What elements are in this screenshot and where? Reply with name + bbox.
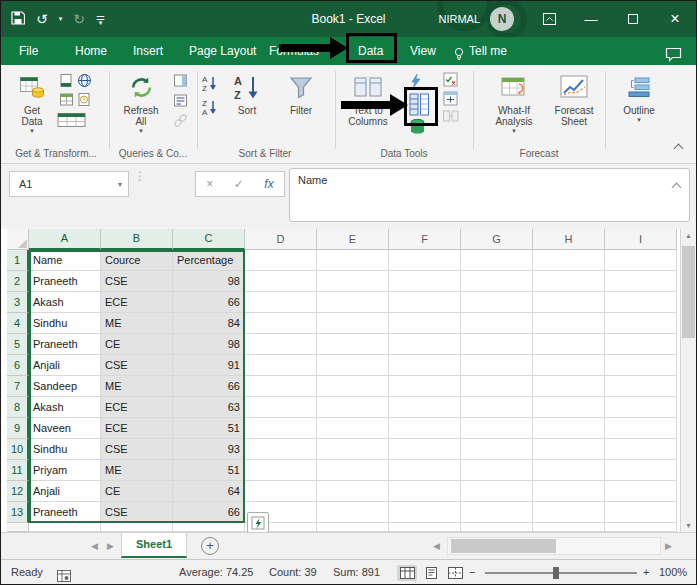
cell-D6[interactable]	[245, 355, 317, 376]
insert-function-icon[interactable]: fx	[264, 177, 273, 191]
text-to-columns-button[interactable]: Text to Columns	[339, 69, 397, 147]
row-header-13[interactable]: 13	[7, 502, 29, 523]
cell-B11[interactable]: ME	[101, 460, 173, 481]
cell-I10[interactable]	[605, 439, 677, 460]
cell-A10[interactable]: Sindhu	[29, 439, 101, 460]
zoom-in-icon[interactable]: +	[643, 560, 649, 585]
cell-D5[interactable]	[245, 334, 317, 355]
maximize-button[interactable]	[612, 1, 654, 37]
cell-D3[interactable]	[245, 292, 317, 313]
cell-B14[interactable]	[101, 523, 173, 532]
zoom-out-icon[interactable]: −	[469, 560, 475, 585]
cell-H9[interactable]	[533, 418, 605, 439]
horizontal-scroll-thumb[interactable]	[451, 539, 556, 553]
cell-B4[interactable]: ME	[101, 313, 173, 334]
cell-F4[interactable]	[389, 313, 461, 334]
cell-F7[interactable]	[389, 376, 461, 397]
cell-I2[interactable]	[605, 271, 677, 292]
tab-home[interactable]: Home	[75, 37, 107, 65]
cell-B9[interactable]: ECE	[101, 418, 173, 439]
ribbon-display-options-button[interactable]	[528, 1, 570, 37]
cell-F3[interactable]	[389, 292, 461, 313]
cell-B8[interactable]: ECE	[101, 397, 173, 418]
cell-B10[interactable]: CSE	[101, 439, 173, 460]
cell-H3[interactable]	[533, 292, 605, 313]
cell-C13[interactable]: 66	[173, 502, 245, 523]
cell-B5[interactable]: CE	[101, 334, 173, 355]
cell-C9[interactable]: 51	[173, 418, 245, 439]
cell-I4[interactable]	[605, 313, 677, 334]
cell-A12[interactable]: Anjali	[29, 481, 101, 502]
cell-F8[interactable]	[389, 397, 461, 418]
cell-F10[interactable]	[389, 439, 461, 460]
tell-me-box[interactable]: Tell me	[469, 37, 507, 65]
cell-I13[interactable]	[605, 502, 677, 523]
sheet-nav-right-icon[interactable]: ▶	[107, 533, 114, 559]
column-header-D[interactable]: D	[245, 229, 317, 250]
tab-formulas[interactable]: Formulas	[269, 37, 319, 65]
cell-E5[interactable]	[317, 334, 389, 355]
cell-F6[interactable]	[389, 355, 461, 376]
row-header-2[interactable]: 2	[7, 271, 29, 292]
cell-H1[interactable]	[533, 250, 605, 271]
cell-I8[interactable]	[605, 397, 677, 418]
tab-page-layout[interactable]: Page Layout	[189, 37, 256, 65]
cell-I7[interactable]	[605, 376, 677, 397]
cell-G11[interactable]	[461, 460, 533, 481]
cell-C8[interactable]: 63	[173, 397, 245, 418]
cell-E14[interactable]	[317, 523, 389, 532]
filter-button[interactable]: Filter	[277, 69, 325, 147]
what-if-analysis-button[interactable]: What-If Analysis ▾	[485, 69, 543, 147]
cell-G14[interactable]	[461, 523, 533, 532]
outline-button[interactable]: Outline ▾	[613, 69, 665, 147]
column-header-A[interactable]: A	[29, 229, 101, 250]
cell-F9[interactable]	[389, 418, 461, 439]
remove-duplicates-icon[interactable]	[409, 92, 430, 117]
cell-D10[interactable]	[245, 439, 317, 460]
cell-H2[interactable]	[533, 271, 605, 292]
cell-D7[interactable]	[245, 376, 317, 397]
forecast-sheet-button[interactable]: Forecast Sheet	[547, 69, 601, 147]
cell-F2[interactable]	[389, 271, 461, 292]
row-header-3[interactable]: 3	[7, 292, 29, 313]
cell-A7[interactable]: Sandeep	[29, 376, 101, 397]
cell-H8[interactable]	[533, 397, 605, 418]
row-header-11[interactable]: 11	[7, 460, 29, 481]
cell-C2[interactable]: 98	[173, 271, 245, 292]
cell-G13[interactable]	[461, 502, 533, 523]
select-all-corner[interactable]	[7, 229, 29, 250]
existing-connections-icon[interactable]	[57, 112, 87, 129]
row-header-9[interactable]: 9	[7, 418, 29, 439]
cell-G3[interactable]	[461, 292, 533, 313]
avatar[interactable]: N	[490, 7, 514, 31]
cell-I11[interactable]	[605, 460, 677, 481]
row-header-8[interactable]: 8	[7, 397, 29, 418]
cell-H5[interactable]	[533, 334, 605, 355]
cell-C14[interactable]	[173, 523, 245, 532]
cell-F11[interactable]	[389, 460, 461, 481]
sort-button[interactable]: AZ Sort	[225, 69, 269, 147]
cell-I1[interactable]	[605, 250, 677, 271]
cell-A11[interactable]: Priyam	[29, 460, 101, 481]
column-header-H[interactable]: H	[533, 229, 605, 250]
cell-I6[interactable]	[605, 355, 677, 376]
column-header-I[interactable]: I	[605, 229, 677, 250]
hscroll-left-icon[interactable]: ◀	[433, 533, 440, 559]
consolidate-icon[interactable]	[443, 91, 459, 106]
cell-A13[interactable]: Praneeth	[29, 502, 101, 523]
cell-C6[interactable]: 91	[173, 355, 245, 376]
close-button[interactable]: ×	[654, 1, 696, 37]
macro-record-icon[interactable]	[57, 566, 71, 585]
collapse-ribbon-icon[interactable]	[675, 145, 682, 152]
column-header-G[interactable]: G	[461, 229, 533, 250]
tab-data[interactable]: Data	[358, 37, 383, 65]
enter-icon[interactable]: ✓	[234, 177, 244, 191]
cell-G6[interactable]	[461, 355, 533, 376]
data-validation-icon[interactable]	[443, 72, 459, 87]
row-header-6[interactable]: 6	[7, 355, 29, 376]
page-break-view-button[interactable]	[445, 565, 465, 581]
cell-A1[interactable]: Name	[29, 250, 101, 271]
formula-input[interactable]: Name	[289, 168, 690, 222]
cell-H11[interactable]	[533, 460, 605, 481]
cell-E4[interactable]	[317, 313, 389, 334]
